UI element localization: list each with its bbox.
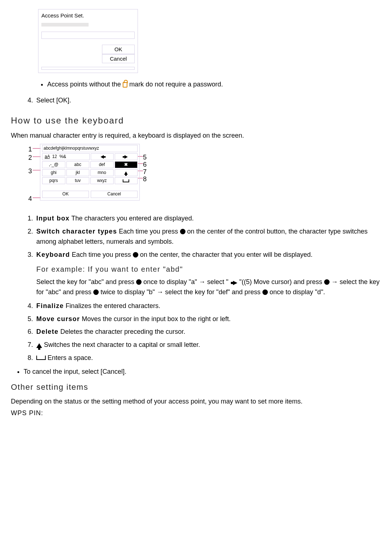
ex-a: Select the key for "abc" and press	[36, 278, 136, 285]
arrow-left-icon	[101, 155, 104, 159]
callout-2: 2	[28, 153, 32, 162]
kb-term-finalize: Finalize	[36, 302, 64, 309]
key-mno: mno	[90, 169, 114, 176]
center-button-icon	[180, 229, 185, 234]
callout-4: 4	[28, 194, 32, 203]
kb-item-7: Switches the next character to a capital…	[35, 340, 381, 350]
shift-key	[115, 169, 138, 176]
keyboard-heading: How to use the keyboard	[11, 114, 381, 127]
key-def: def	[90, 161, 114, 168]
center-button-icon	[262, 289, 268, 295]
kb-text-3b: on the center, the character that you en…	[140, 251, 313, 258]
shift-icon	[124, 171, 128, 175]
space-icon	[36, 356, 46, 360]
example-heading: For example: If you want to enter "abd"	[36, 264, 381, 275]
lock-icon	[123, 82, 127, 88]
dialog-progress-bar	[41, 67, 135, 70]
other-text: Depending on the status or the setting m…	[11, 397, 381, 406]
example-block: Select the key for "abc" and press once …	[36, 277, 381, 297]
kb-text-4: Finalizes the entered characters.	[64, 302, 160, 309]
keyboard-diagram: 1 2 3 4 5 6 7 8 abcdefghijklmnopqrstuvwx…	[18, 144, 163, 206]
ex-c: "((5) Move cursor) and press	[239, 278, 324, 285]
delete-key: ✖	[115, 161, 138, 168]
kb-term-switch: Switch character types	[36, 228, 117, 235]
kb-item-2: Switch character types Each time you pre…	[35, 227, 381, 247]
key-ghi: ghi	[42, 169, 65, 176]
note-no-lock-a: Access points without the	[47, 81, 123, 88]
key-tuv: tuv	[66, 177, 90, 184]
ex-f: once to display "d".	[270, 288, 325, 296]
kb-text-1: The characters you entered are displayed…	[70, 215, 194, 222]
dialog-buttons: OK Cancel	[41, 45, 135, 64]
other-heading: Other setting items	[11, 381, 381, 393]
cancel-button: Cancel	[102, 54, 135, 64]
kb-term-move-cursor: Move cursor	[36, 315, 80, 323]
dialog-title: Access Point Set.	[41, 12, 135, 20]
kb-cancel-button: Cancel	[91, 191, 138, 198]
delete-icon: ✖	[124, 162, 128, 167]
cancel-note: To cancel the input, select [Cancel].	[24, 367, 381, 376]
kb-term-input-box: Input box	[36, 215, 70, 222]
kb-text-3a: Each time you press	[70, 251, 133, 258]
kb-item-6: Delete Deletes the character preceding t…	[35, 327, 381, 337]
shift-icon	[36, 343, 42, 348]
kb-ok-button: OK	[42, 191, 89, 198]
arrow-right-icon	[233, 281, 237, 285]
wps-pin-label: WPS PIN:	[11, 408, 381, 418]
switch-chartype-key: aA 12 %&	[42, 153, 90, 160]
ex-e: twice to display "b" → select the key fo…	[101, 288, 262, 296]
kb-term-delete: Delete	[36, 328, 58, 335]
center-button-icon	[133, 252, 138, 258]
ok-button: OK	[102, 45, 135, 54]
password-field	[41, 32, 135, 39]
step-4: Select [OK].	[35, 96, 381, 105]
kb-item-1: Input box The characters you entered are…	[35, 214, 381, 224]
note-no-lock-b: mark do not require a password.	[129, 81, 223, 88]
kb-term-keyboard: Keyboard	[36, 251, 70, 258]
dialog-placeholder-bar	[41, 23, 89, 27]
kb-item-4: Finalize Finalizes the entered character…	[35, 301, 381, 311]
note-no-lock: Access points without the mark do not re…	[47, 80, 381, 89]
keyboard-intro: When manual character entry is required,…	[11, 131, 381, 140]
key-wxyz: wxyz	[90, 177, 114, 184]
callout-8: 8	[143, 174, 147, 184]
access-point-dialog: Access Point Set. OK Cancel	[38, 9, 138, 73]
center-button-icon	[136, 279, 142, 285]
kb-text-8: Enters a space.	[48, 354, 93, 361]
kb-input-box: abcdefghijklmnopqrstuvwxyz	[42, 145, 138, 152]
space-key	[115, 177, 138, 184]
kb-item-5: Move cursor Moves the cursor in the inpu…	[35, 314, 381, 324]
key-pqrs: pqrs	[42, 177, 65, 184]
center-button-icon	[93, 289, 99, 295]
cursor-right-key	[115, 153, 138, 160]
kb-text-2a: Each time you press	[117, 228, 180, 235]
cursor-left-key	[91, 153, 114, 160]
keyboard-panel: abcdefghijklmnopqrstuvwxyz aA 12 %& ,-_@…	[40, 144, 140, 200]
key-jkl: jkl	[66, 169, 90, 176]
space-icon	[123, 179, 129, 182]
ex-b: once to display "a" → select "	[143, 278, 230, 285]
callout-3: 3	[28, 166, 32, 176]
center-button-icon	[324, 279, 330, 285]
kb-item-8: Enters a space.	[35, 353, 381, 363]
page-root: Access Point Set. OK Cancel Access point…	[0, 0, 392, 432]
arrow-right-icon	[124, 155, 128, 159]
kb-text-7: Switches the next character to a capital…	[44, 341, 200, 348]
kb-item-3: Keyboard Each time you press on the cent…	[35, 250, 381, 297]
key-sym: ,-_@	[42, 161, 65, 168]
kb-text-6: Deletes the character preceding the curs…	[58, 328, 185, 335]
kb-text-5: Moves the cursor in the input box to the…	[80, 315, 230, 323]
key-abc: abc	[66, 161, 90, 168]
